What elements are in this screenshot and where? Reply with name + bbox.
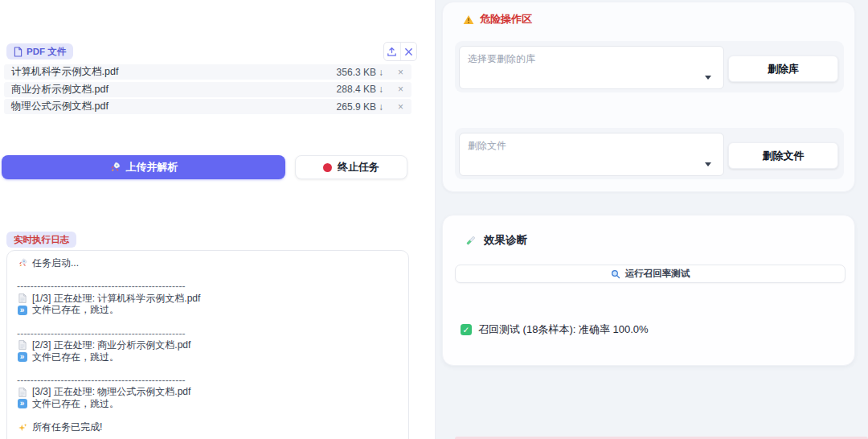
recall-test-result-text: 召回测试 (18条样本): 准确率 100.0% — [478, 322, 649, 337]
log-line: » 所有任务已完成! — [17, 421, 399, 433]
page-icon — [17, 340, 27, 351]
log-line: » [1/3] 正在处理: 计算机科学示例文档.pdf — [17, 293, 399, 305]
file-list: 计算机科学示例文档.pdf 356.3 KB ↓ × 商业分析示例文档.pdf … — [4, 64, 411, 117]
test-tube-icon — [465, 235, 477, 247]
download-icon[interactable]: ↓ — [379, 67, 383, 78]
upload-parse-button[interactable]: 上传并解析 — [2, 155, 285, 179]
file-toolbar — [383, 42, 417, 61]
chevron-down-icon[interactable] — [705, 162, 711, 166]
delete-file-panel: 删除文件 删除文件 — [455, 128, 844, 179]
sparkles-icon — [17, 422, 27, 433]
app-root: PDF 文件 计算机科学示例文档.pdf 356.3 KB ↓ × 商业分析示例… — [0, 0, 868, 439]
library-select-dropdown[interactable]: 选择要删除的库 — [459, 46, 724, 89]
danger-zone-card: 危险操作区 选择要删除的库 删除库 删除文件 删除文件 — [442, 2, 855, 192]
download-icon[interactable]: ↓ — [379, 101, 383, 113]
log-line-text: 文件已存在，跳过。 — [32, 397, 119, 411]
pdf-files-badge-label: PDF 文件 — [27, 46, 66, 57]
log-line: » [2/3] 正在处理: 商业分析示例文档.pdf — [17, 339, 399, 351]
log-line: » 文件已存在，跳过。 — [17, 304, 399, 316]
live-log-badge: 实时执行日志 — [6, 232, 76, 248]
check-icon: ✓ — [461, 324, 472, 335]
log-line: » — [17, 410, 399, 422]
record-dot-icon — [323, 163, 332, 172]
file-row: 物理公式示例文档.pdf 265.9 KB ↓ × — [4, 99, 411, 114]
log-line: » --------------------------------------… — [17, 281, 399, 293]
delete-library-button[interactable]: 删除库 — [728, 55, 838, 82]
file-row: 商业分析示例文档.pdf 288.4 KB ↓ × — [4, 82, 411, 97]
stop-task-button[interactable]: 终止任务 — [295, 155, 407, 179]
delete-file-button-label: 删除文件 — [763, 149, 805, 163]
chevron-down-icon[interactable] — [705, 76, 711, 80]
skip-forward-icon: » — [17, 399, 27, 409]
stop-task-label: 终止任务 — [338, 160, 379, 174]
delete-file-button[interactable]: 删除文件 — [728, 142, 838, 169]
warning-icon — [463, 14, 474, 25]
diagnostics-title-label: 效果诊断 — [484, 233, 527, 248]
log-line-text: ----------------------------------------… — [17, 375, 186, 386]
live-log-badge-label: 实时执行日志 — [14, 234, 69, 245]
file-row: 计算机科学示例文档.pdf 356.3 KB ↓ × — [4, 64, 411, 80]
file-select-dropdown[interactable]: 删除文件 — [459, 133, 724, 176]
log-line-text: ----------------------------------------… — [17, 328, 186, 339]
file-size: 356.3 KB — [337, 67, 376, 78]
page-icon — [17, 293, 27, 304]
file-name: 物理公式示例文档.pdf — [11, 100, 337, 113]
log-line: » [3/3] 正在处理: 物理公式示例文档.pdf — [17, 387, 399, 399]
rocket-icon — [17, 258, 27, 269]
run-recall-test-button[interactable]: 运行召回率测试 — [455, 265, 845, 283]
document-icon — [14, 47, 23, 57]
delete-library-button-label: 删除库 — [768, 62, 799, 76]
diagnostics-card: 效果诊断 运行召回率测试 ✓ 召回测试 (18条样本): 准确率 100.0% — [442, 215, 855, 366]
file-name: 计算机科学示例文档.pdf — [11, 65, 337, 79]
remove-file-icon[interactable]: × — [398, 101, 403, 113]
log-line: » 文件已存在，跳过。 — [17, 398, 399, 410]
search-icon — [611, 269, 620, 279]
rocket-icon — [109, 162, 121, 173]
skip-forward-icon: » — [17, 352, 27, 363]
log-line-text: 文件已存在，跳过。 — [32, 351, 119, 364]
log-line: » 任务启动... — [17, 257, 399, 269]
log-line-text: ----------------------------------------… — [17, 281, 186, 292]
danger-zone-title-label: 危险操作区 — [480, 12, 532, 27]
remove-file-icon[interactable]: × — [398, 84, 403, 95]
file-size: 265.9 KB — [337, 101, 376, 113]
file-select-label: 删除文件 — [468, 139, 506, 153]
log-line: » — [17, 269, 399, 281]
log-line-text: 所有任务已完成! — [32, 421, 102, 434]
delete-library-panel: 选择要删除的库 删除库 — [455, 41, 844, 92]
log-line-text: 任务启动... — [32, 256, 79, 270]
execution-log[interactable]: » 任务启动... » — [6, 250, 409, 439]
library-select-label: 选择要删除的库 — [468, 52, 535, 66]
pdf-files-badge: PDF 文件 — [6, 43, 73, 59]
remove-file-icon[interactable]: × — [398, 67, 403, 78]
danger-zone-title: 危险操作区 — [463, 12, 532, 27]
log-line: » --------------------------------------… — [17, 375, 399, 387]
recall-test-result: ✓ 召回测试 (18条样本): 准确率 100.0% — [461, 322, 649, 337]
log-line: » --------------------------------------… — [17, 328, 399, 340]
download-icon[interactable]: ↓ — [379, 84, 383, 95]
upload-parse-label: 上传并解析 — [126, 160, 178, 174]
diagnostics-title: 效果诊断 — [465, 233, 527, 248]
close-icon[interactable] — [400, 43, 417, 60]
file-size: 288.4 KB — [337, 84, 376, 95]
log-line: » — [17, 363, 399, 375]
upload-icon[interactable] — [384, 43, 400, 60]
log-line-text: 文件已存在，跳过。 — [32, 303, 119, 317]
log-line: » — [17, 316, 399, 328]
run-recall-test-label: 运行召回率测试 — [625, 268, 690, 280]
log-line: » 文件已存在，跳过。 — [17, 351, 399, 363]
page-icon — [17, 387, 27, 397]
file-name: 商业分析示例文档.pdf — [11, 83, 337, 96]
skip-forward-icon: » — [17, 305, 27, 315]
